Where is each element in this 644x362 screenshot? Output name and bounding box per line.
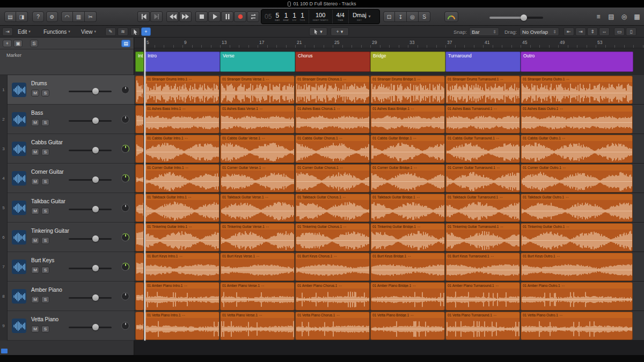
solo-button[interactable]: S	[41, 267, 49, 274]
audio-region[interactable]: 01 Corner Guitar Bridge.1▫▫	[370, 164, 445, 193]
audio-region[interactable]: 01 Talkback Guitar Intro.1▫▫	[145, 194, 219, 222]
marquee-tool-button[interactable]: +	[141, 27, 151, 36]
cycle-button[interactable]	[247, 11, 259, 22]
region-fragment[interactable]	[135, 282, 144, 311]
lcd-time-signature[interactable]: 4/4 TIME	[333, 10, 349, 24]
mute-button[interactable]: M	[31, 90, 39, 97]
track-header[interactable]: 8Amber PianoMS	[0, 282, 134, 311]
mute-button[interactable]: M	[31, 149, 39, 156]
pan-knob[interactable]	[121, 263, 129, 271]
lcd-tempo[interactable]: 100 KEEP TEMPO	[309, 10, 333, 24]
region-fragment[interactable]	[135, 164, 144, 193]
audio-region[interactable]: 01 Stranger Drums Chorus.1▫▫	[295, 76, 370, 104]
track-header[interactable]: 1DrumsMS	[0, 75, 134, 105]
arrangement-marker[interactable]: Verse	[220, 51, 295, 72]
audio-region[interactable]: 01 Stranger Drums Intro.1▫▫	[145, 76, 219, 104]
arrangement-marker[interactable]: Intro	[145, 51, 220, 72]
audio-region[interactable]: 01 Burt Keys Turnaround.1▫▫	[445, 253, 520, 281]
quick-help-icon[interactable]: ?	[32, 11, 44, 22]
zoom-horizontal-icon[interactable]: ⇤	[564, 27, 574, 36]
catch-playhead-icon[interactable]: ⇥	[2, 27, 13, 36]
flex-icon[interactable]: ≋	[118, 27, 128, 36]
pause-button[interactable]	[221, 11, 233, 22]
solo-off-button[interactable]: S	[30, 40, 38, 47]
audio-region[interactable]: 01 Vetta Piano Intro.1▫▫	[145, 312, 219, 340]
audio-region[interactable]: 01 Ashes Bass Outro.1▫▫	[521, 105, 633, 134]
audio-region[interactable]: 01 Tinkering Guitar Verse.1▫▫	[220, 223, 295, 252]
lcd-key[interactable]: Dmaj KEY ▾	[349, 10, 375, 24]
audio-region[interactable]: 01 Cabbs Guitar Intro.1▫▫	[145, 135, 219, 163]
audio-region[interactable]: 01 Stranger Drums Turnaround.1▫▫	[445, 76, 520, 104]
audio-region[interactable]: 01 Talkback Guitar Outro.1▫▫	[521, 194, 633, 222]
menu-edit[interactable]: Edit▾	[15, 27, 33, 36]
track-header[interactable]: 2BassMS	[0, 105, 134, 134]
mute-button[interactable]: M	[31, 119, 39, 126]
region-fragment[interactable]	[135, 194, 144, 222]
mute-button[interactable]: M	[31, 208, 39, 215]
volume-slider[interactable]	[69, 206, 112, 212]
audio-region[interactable]: 01 Talkback Guitar Chorus.1▫▫	[295, 194, 370, 222]
audio-region[interactable]: 01 Burt Keys Bridge.1▫▫	[370, 253, 445, 281]
audio-region[interactable]: 01 Burt Keys Verse.1▫▫	[220, 253, 295, 281]
drag-menu[interactable]: No Overlap ⇕	[519, 27, 559, 36]
audio-region[interactable]: 01 Cabbs Guitar Bridge.1▫▫	[370, 135, 445, 163]
metronome-icon[interactable]: ◎	[407, 11, 419, 22]
audio-region[interactable]: 01 Corner Guitar Turnaround.1▫▫	[445, 164, 520, 193]
apple-loops-icon[interactable]: ◎	[618, 11, 630, 22]
add-track-button[interactable]: +	[3, 40, 12, 47]
count-in-icon[interactable]: ↧	[395, 11, 407, 22]
audio-region[interactable]: 01 Amber Piano Verse.1▫▫	[220, 282, 295, 311]
duplicate-track-button[interactable]: ▣	[13, 40, 23, 47]
lcd-position[interactable]: 05 5BAR 1BEAT 1DIV 1TICK	[261, 10, 309, 24]
region-fragment[interactable]	[135, 76, 144, 104]
solo-button[interactable]: S	[41, 149, 49, 156]
volume-slider-thumb[interactable]	[92, 147, 99, 153]
record-button[interactable]	[234, 11, 246, 22]
audio-region[interactable]: 01 Vetta Piano Turnaround.1▫▫	[445, 312, 520, 340]
audio-region[interactable]: 01 Amber Piano Turnaround.1▫▫	[445, 282, 520, 311]
track-header[interactable]: 4Corner GuitarMS	[0, 164, 134, 193]
library-icon[interactable]: ▤	[4, 11, 16, 22]
mute-button[interactable]: M	[31, 326, 39, 333]
automation-icon[interactable]: ✎	[105, 27, 116, 36]
solo-button[interactable]: S	[41, 119, 49, 126]
audio-region[interactable]: 01 Burt Keys Intro.1▫▫	[145, 253, 219, 281]
volume-slider-thumb[interactable]	[92, 176, 99, 183]
audio-region[interactable]: 01 Tinkering Guitar Outro.1▫▫	[521, 223, 633, 252]
browsers-icon[interactable]: ▦	[631, 11, 643, 22]
region-fragment[interactable]	[135, 135, 144, 163]
software-monitoring-icon[interactable]: ⊡	[383, 11, 395, 22]
audio-region[interactable]: 01 Burt Keys Chorus.1▫▫	[295, 253, 370, 281]
go-to-beginning-button[interactable]	[137, 11, 150, 22]
audio-region[interactable]: 01 Tinkering Guitar Turnaround.1▫▫	[445, 223, 520, 252]
menu-functions[interactable]: Functions▾	[41, 27, 73, 36]
audio-region[interactable]: 01 Talkback Guitar Verse.1▫▫	[220, 194, 295, 222]
volume-slider-thumb[interactable]	[92, 117, 99, 124]
solo-button[interactable]: S	[41, 326, 49, 333]
volume-slider[interactable]	[69, 235, 112, 242]
global-tracks-icon[interactable]: ▤	[121, 40, 130, 47]
audio-region[interactable]: 01 Corner Guitar Intro.1▫▫	[145, 164, 219, 193]
audio-region[interactable]: 01 Cabbs Guitar Turnaround.1▫▫	[445, 135, 520, 163]
audio-region[interactable]: 01 Vetta Piano Outro.1▫▫	[521, 312, 633, 340]
hide-groups-icon[interactable]: ▭	[614, 27, 625, 36]
audio-region[interactable]: 01 Cabbs Guitar Chorus.1▫▫	[295, 135, 370, 163]
arrangement-marker[interactable]: Turnaround	[445, 51, 521, 72]
arrangement-marker[interactable]: Outro	[521, 51, 633, 72]
performance-meter-icon[interactable]	[444, 11, 458, 22]
volume-slider[interactable]	[69, 176, 112, 183]
audio-region[interactable]: 01 Ashes Bass Bridge.1▫▫	[370, 105, 445, 134]
arrangement-marker[interactable]: Int	[135, 51, 144, 72]
editors-icon[interactable]: ✂	[85, 11, 97, 22]
audio-region[interactable]: 01 Tinkering Guitar Bridge.1▫▫	[370, 223, 445, 252]
menu-view[interactable]: View▾	[78, 27, 99, 36]
audio-region[interactable]: 01 Ashes Bass Turnaround.1▫▫	[445, 105, 520, 134]
region-fragment[interactable]	[135, 105, 144, 134]
forward-button[interactable]	[179, 11, 192, 22]
audio-region[interactable]: 01 Cabbs Guitar Verse.1▫▫	[220, 135, 295, 163]
volume-slider-thumb[interactable]	[92, 265, 99, 271]
solo-button[interactable]: S	[41, 237, 49, 244]
pan-knob[interactable]	[121, 204, 129, 212]
left-click-tool-menu[interactable]: ▾	[309, 27, 327, 36]
region-fragment[interactable]	[135, 253, 144, 281]
